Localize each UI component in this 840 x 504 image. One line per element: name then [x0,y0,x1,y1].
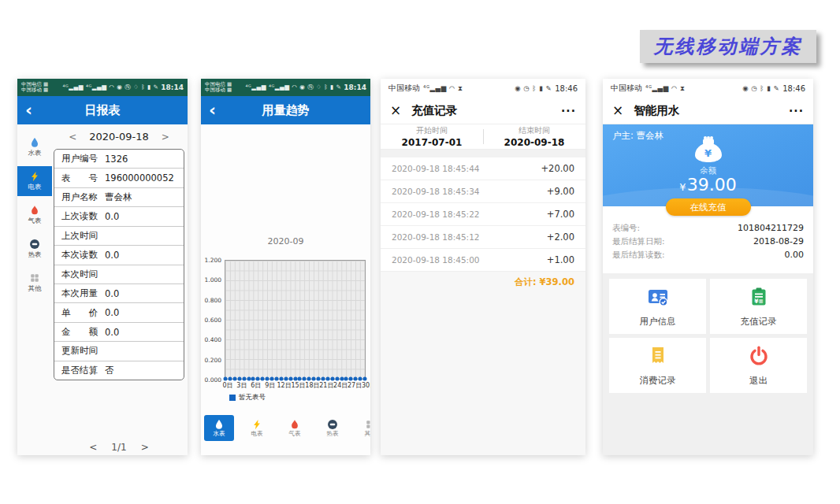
sidebar-item-water[interactable]: 水表 [17,132,52,162]
info-value: 0.00 [785,250,805,260]
recharge-record-row[interactable]: 2020-09-18 18:45:12+2.00 [381,226,585,249]
data-point [321,377,325,381]
tab-electric[interactable]: 电表 [242,415,272,441]
tab-label: 热表 [318,430,348,438]
sidebar-item-gas[interactable]: 气表 [17,200,52,230]
status-time: 18:14 [161,83,184,91]
data-point [237,377,241,381]
more-menu-icon[interactable]: ··· [789,105,804,117]
page-title: 用量趋势 [201,103,370,118]
start-date-picker[interactable]: 开始时间 2017-07-01 [381,124,483,149]
pagination: < 1/1 > [54,442,184,453]
status-bar: 中国移动 ⁴ᴳ▂▄▆ ◠ ⧗ ◉ ◷ ᛒ ▮ ✎ 18:46 [381,79,585,98]
x-tick-label: 0日 [222,381,232,390]
data-point [288,377,292,381]
data-point [232,377,236,381]
feature-label: 充值记录 [741,316,777,328]
online-recharge-button[interactable]: 在线充值 [666,198,751,216]
next-page-button[interactable]: > [141,442,149,453]
chart-legend: 暂无表号 [229,393,370,402]
money-bag-icon: ¥ [695,139,722,162]
prev-day-button[interactable]: < [69,132,76,143]
tab-water[interactable]: 水表 [204,415,234,441]
data-point [344,377,348,381]
tab-label: 水表 [204,430,234,438]
form-row: 表 号196000000052 [54,169,184,187]
x-tick-label: 9日 [265,381,275,390]
info-row: 最后结算日期:2018-08-29 [612,235,804,248]
field-value: 0.0 [105,288,119,299]
app-header: × 充值记录 ··· [381,98,585,124]
data-point [256,377,260,381]
date-label[interactable]: 2020-09-18 [89,131,149,143]
field-value: 否 [105,365,114,376]
other-meter-icon [17,272,52,284]
feature-label: 用户信息 [640,316,676,328]
prev-page-button[interactable]: < [89,442,97,453]
form-row: 上次时间 [54,227,184,246]
recharge-record-row[interactable]: 2020-09-18 18:45:44+20.00 [381,158,585,180]
close-icon[interactable]: × [612,104,623,117]
feature-card-recharge-record[interactable]: ¥≡充值记录 [710,279,807,334]
tab-label: 电表 [242,430,272,438]
form-row: 用户名称曹会林 [54,188,184,207]
recharge-record-icon: ¥≡ [748,286,770,311]
x-axis-labels: 0日3日6日9日12日15日18日21日24日27日30日 [228,381,369,390]
next-day-button[interactable]: > [162,132,169,143]
field-value: 0.0 [105,327,119,338]
app-header: ‹ 日报表 [17,96,188,124]
recharge-record-list: 2020-09-18 18:45:44+20.002020-09-18 18:4… [381,158,585,272]
electric-meter-icon [17,170,52,182]
carrier-label: 中国移动 [388,83,420,94]
close-icon[interactable]: × [390,104,401,117]
field-label: 上次时间 [61,230,98,242]
more-menu-icon[interactable]: ··· [561,105,576,117]
sidebar-item-other[interactable]: 其他 [17,268,52,298]
data-point [251,377,255,381]
status-icons: ⁴ᴳ▂▄▆ ⁴ᴳ▂▄▆ ◠ ◉ Ⓝ ♢ ᛒ ▮ ✎ [246,83,342,91]
data-point [317,377,321,381]
feature-card-consumption-record[interactable]: 消费记录 [609,338,706,393]
recharge-record-row[interactable]: 2020-09-18 18:45:34+9.00 [381,180,585,203]
status-icons: ◉ ◷ ᛒ ▮ ✎ [515,84,552,92]
carrier-2: 中国移动 ▦ [205,87,232,93]
recharge-record-row[interactable]: 2020-09-18 18:45:22+7.00 [381,203,585,226]
data-point [303,377,307,381]
page-title: 智能用水 [634,103,679,118]
record-amount: +9.00 [547,186,574,197]
field-value: 曹会林 [105,191,132,203]
y-tick-label: 0.800 [205,296,221,303]
feature-card-logout[interactable]: 退出 [710,338,807,393]
data-point [354,377,358,381]
recharge-record-row[interactable]: 2020-09-18 18:45:00+1.00 [381,249,585,272]
sidebar-item-label: 气表 [17,217,52,226]
carrier-labels: 中国电信 ▦ 中国移动 ▦ [205,82,232,93]
tab-heat[interactable]: 热表 [318,415,348,441]
tab-gas[interactable]: 气表 [280,415,310,441]
logout-icon [748,345,770,370]
feature-grid: 用户信息¥≡充值记录消费记录退出 [603,273,813,393]
sidebar-item-electric[interactable]: 电表 [17,166,52,196]
y-axis-labels: 1.2001.0000.8000.6000.4000.2000.000 [204,260,225,380]
date-range-bar: 开始时间 2017-07-01 结束时间 2020-09-18 [381,124,585,150]
sidebar-item-heat[interactable]: 热表 [17,234,52,264]
total-row: 合计: ¥39.00 [381,272,585,292]
info-label: 最后结算日期: [612,236,665,247]
sidebar-item-label: 热表 [17,250,52,260]
feature-label: 消费记录 [640,375,676,387]
end-date-picker[interactable]: 结束时间 2020-09-18 [483,124,585,149]
data-point [312,377,316,381]
y-tick-label: 0.400 [205,336,221,343]
field-label: 上次读数 [61,210,98,222]
tab-label: 气表 [280,430,310,438]
data-point [330,377,334,381]
y-tick-label: 1.000 [205,276,221,284]
water-meter-icon [17,136,52,148]
data-point [307,377,311,381]
status-time: 18:46 [555,84,578,93]
x-tick-label: 27日 [348,381,362,390]
data-point [284,377,288,381]
tab-other[interactable]: 其他 [355,415,370,441]
feature-card-user-info[interactable]: 用户信息 [609,279,706,334]
field-label: 表 号 [61,172,98,184]
